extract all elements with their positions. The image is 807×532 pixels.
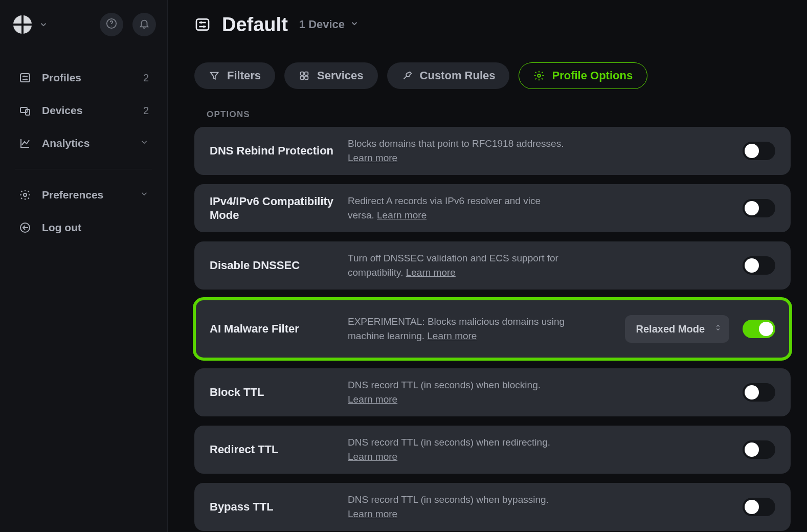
gear-icon — [533, 70, 545, 81]
option-name: IPv4/IPv6 Compatibility Mode — [210, 194, 348, 223]
device-count: 1 Device — [299, 18, 345, 31]
sidebar-item-label: Log out — [42, 221, 149, 234]
device-selector[interactable]: 1 Device — [299, 18, 359, 31]
mode-select[interactable]: Relaxed Mode — [625, 315, 729, 343]
grid-icon — [299, 70, 310, 81]
option-toggle[interactable] — [743, 440, 775, 459]
chevron-down-icon — [140, 138, 149, 149]
svg-point-16 — [203, 26, 205, 28]
option-description: DNS record TTL (in seconds) when blockin… — [348, 378, 568, 406]
learn-more-link[interactable]: Learn more — [427, 330, 477, 341]
tab-profile-options[interactable]: Profile Options — [519, 62, 647, 89]
tab-bar: Filters Services Custom Rules Profile Op… — [194, 62, 791, 89]
help-button[interactable] — [100, 13, 123, 36]
select-chevrons-icon — [714, 324, 722, 335]
option-toggle[interactable] — [743, 142, 775, 160]
svg-point-6 — [25, 78, 27, 80]
section-label: OPTIONS — [207, 109, 791, 120]
toggle-knob — [745, 442, 759, 457]
toggle-knob — [745, 385, 759, 400]
sidebar: Profiles 2 Devices 2 Analytics Preferenc… — [0, 0, 168, 532]
sidebar-item-analytics[interactable]: Analytics — [11, 127, 156, 160]
devices-icon — [18, 104, 32, 117]
option-row: DNS Rebind ProtectionBlocks domains that… — [194, 127, 791, 175]
gear-icon — [18, 188, 32, 202]
sidebar-item-profiles[interactable]: Profiles 2 — [11, 61, 156, 94]
toggle-knob — [745, 258, 759, 273]
chevron-down-icon — [140, 189, 149, 201]
svg-point-15 — [200, 21, 202, 24]
toggle-knob — [745, 144, 759, 158]
learn-more-link[interactable]: Learn more — [348, 451, 397, 462]
page-title: Default — [222, 14, 288, 36]
main-content: Default 1 Device Filters Services Custom… — [168, 0, 807, 532]
svg-point-9 — [24, 193, 27, 196]
help-icon — [106, 18, 117, 32]
option-toggle[interactable] — [743, 320, 775, 338]
options-list: DNS Rebind ProtectionBlocks domains that… — [194, 127, 791, 531]
option-description: Redirect A records via IPv6 resolver and… — [348, 194, 568, 222]
chart-icon — [18, 137, 32, 150]
option-row: Block TTLDNS record TTL (in seconds) whe… — [194, 368, 791, 416]
svg-rect-2 — [20, 74, 30, 82]
sidebar-item-label: Devices — [42, 104, 143, 117]
logo-icon — [11, 13, 34, 36]
option-row: IPv4/IPv6 Compatibility ModeRedirect A r… — [194, 184, 791, 232]
svg-rect-18 — [305, 72, 308, 75]
wrench-icon — [401, 70, 413, 81]
option-description: DNS record TTL (in seconds) when redirec… — [348, 435, 568, 463]
option-row: Disable DNSSECTurn off DNSSEC validation… — [194, 241, 791, 290]
logout-icon — [18, 221, 32, 234]
chevron-down-icon — [350, 18, 359, 31]
sidebar-item-devices[interactable]: Devices 2 — [11, 94, 156, 127]
sidebar-item-logout[interactable]: Log out — [11, 211, 156, 244]
option-name: Redirect TTL — [210, 442, 348, 457]
tab-label: Profile Options — [552, 69, 633, 82]
learn-more-link[interactable]: Learn more — [377, 210, 427, 220]
sliders-icon — [18, 71, 32, 84]
filter-icon — [209, 70, 220, 81]
svg-rect-20 — [305, 76, 308, 79]
tab-services[interactable]: Services — [284, 62, 378, 89]
sidebar-item-preferences[interactable]: Preferences — [11, 179, 156, 211]
toggle-knob — [759, 322, 773, 336]
option-toggle[interactable] — [743, 199, 775, 217]
svg-rect-12 — [196, 19, 209, 30]
learn-more-link[interactable]: Learn more — [348, 152, 397, 163]
option-name: AI Malware Filter — [210, 322, 348, 336]
sidebar-item-label: Analytics — [42, 137, 140, 149]
svg-rect-19 — [301, 76, 304, 79]
divider — [15, 169, 152, 169]
option-toggle[interactable] — [743, 256, 775, 275]
option-row: Redirect TTLDNS record TTL (in seconds) … — [194, 426, 791, 474]
tab-label: Services — [317, 69, 364, 82]
option-description: Blocks domains that point to RFC1918 add… — [348, 137, 568, 165]
learn-more-link[interactable]: Learn more — [406, 267, 456, 278]
sidebar-item-count: 2 — [143, 105, 149, 117]
org-switcher[interactable] — [11, 13, 48, 36]
learn-more-link[interactable]: Learn more — [348, 508, 397, 519]
tab-label: Filters — [227, 69, 261, 82]
svg-rect-17 — [301, 72, 304, 75]
notifications-button[interactable] — [132, 13, 156, 36]
option-name: DNS Rebind Protection — [210, 144, 348, 158]
option-description: Turn off DNSSEC validation and ECS suppo… — [348, 251, 568, 279]
option-description: EXPERIMENTAL: Blocks malicious domains u… — [348, 315, 568, 343]
select-value: Relaxed Mode — [636, 323, 705, 335]
option-name: Bypass TTL — [210, 500, 348, 514]
sidebar-item-label: Preferences — [42, 189, 140, 201]
tab-filters[interactable]: Filters — [194, 62, 275, 89]
option-row: Bypass TTLDNS record TTL (in seconds) wh… — [194, 483, 791, 531]
toggle-knob — [745, 201, 759, 215]
option-toggle[interactable] — [743, 498, 775, 516]
learn-more-link[interactable]: Learn more — [348, 394, 397, 405]
tab-custom-rules[interactable]: Custom Rules — [387, 62, 510, 89]
bell-icon — [139, 18, 150, 32]
option-toggle[interactable] — [743, 383, 775, 402]
option-description: DNS record TTL (in seconds) when bypassi… — [348, 493, 568, 521]
option-name: Block TTL — [210, 385, 348, 400]
toggle-knob — [745, 500, 759, 514]
svg-point-5 — [23, 75, 25, 77]
sidebar-item-label: Profiles — [42, 72, 143, 84]
svg-point-21 — [538, 74, 541, 77]
